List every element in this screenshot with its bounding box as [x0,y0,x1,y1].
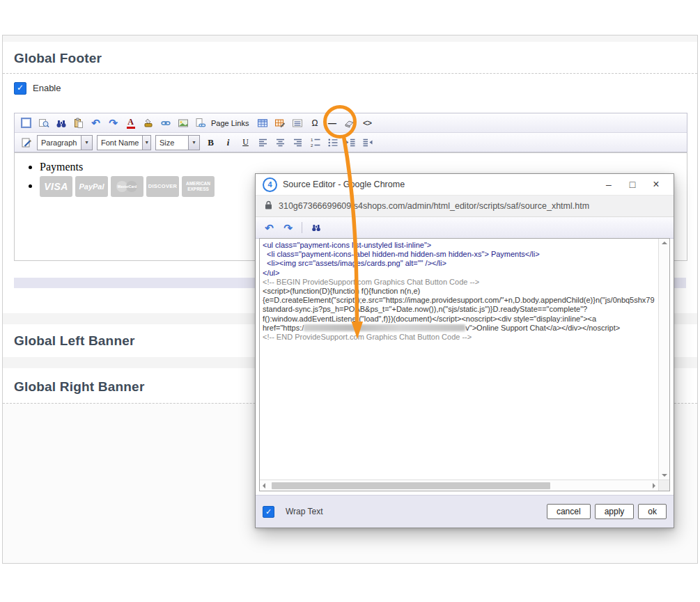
undo-icon[interactable]: ↶ [263,221,276,235]
undo-icon[interactable]: ↶ [89,116,102,129]
chevron-down-icon[interactable]: ▾ [188,136,199,150]
wrap-text-label: Wrap Text [286,507,323,516]
visa-card-image: VISA [40,176,72,197]
chevron-down-icon[interactable]: ▾ [81,136,92,150]
bullet-list-icon[interactable] [326,136,339,149]
eraser-icon[interactable] [343,116,356,129]
numbered-list-icon[interactable]: 12 [309,136,322,149]
vertical-scrollbar[interactable] [658,239,669,480]
font-name-select[interactable]: Font Name▾ [97,135,151,150]
minimize-icon[interactable]: – [598,177,619,192]
maximize-icon[interactable]: □ [622,177,643,192]
dialog-footer: ✓ Wrap Text cancel apply ok [256,495,674,528]
code-line: {e=D.createElement("script");e.src="http… [263,296,655,305]
bold-icon[interactable]: B [204,136,217,149]
ok-button[interactable]: ok [638,504,667,519]
scroll-down-icon[interactable] [662,474,667,477]
redo-icon[interactable]: ↷ [281,221,295,235]
card-top-strip [3,35,697,42]
image-icon[interactable] [176,116,189,129]
editor-toolbar-row1: ↶ ↷ A Page Links [15,113,687,132]
fullscreen-icon[interactable] [20,116,33,129]
source-code-area[interactable]: <ul class="payment-icons list-unstyled l… [259,238,670,491]
source-code-text[interactable]: <ul class="payment-icons list-unstyled l… [260,239,658,480]
discover-card-image: DISCOVER [146,176,179,197]
edit-table-icon[interactable] [273,116,286,129]
underline-icon[interactable]: U [239,136,252,149]
highlight-color-icon[interactable] [141,116,155,129]
font-size-select[interactable]: Size▾ [155,135,200,150]
svg-text:1: 1 [311,138,313,142]
window-controls: – □ × [598,177,667,192]
source-code-icon[interactable]: <> [360,116,373,129]
horizontal-scrollbar[interactable] [260,480,658,491]
enable-label: Enable [33,83,61,93]
source-editor-toolbar: ↶ ↷ [256,217,674,239]
window-title: Source Editor - Google Chrome [283,180,405,189]
paste-icon[interactable] [72,116,85,129]
code-line: f():window.addEventListener("load",f)})(… [263,315,655,324]
chrome-tab-badge: 4 [263,177,277,192]
italic-icon[interactable]: i [221,136,235,149]
paragraph-select[interactable]: Paragraph▾ [37,135,93,150]
source-editor-window: 4 Source Editor - Google Chrome – □ × 31… [255,173,674,528]
enable-row: ✓Enable [14,81,61,95]
amex-card-image: AMERICANEXPRESS [182,176,215,197]
toolbar-separator [302,222,302,233]
paypal-card-image: PayPal [75,176,108,197]
svg-text:2: 2 [311,143,313,148]
cell-properties-icon[interactable] [290,116,304,129]
wrap-text-checkbox[interactable]: ✓ [263,506,274,518]
scroll-up-icon[interactable] [662,241,667,244]
horizontal-rule-icon[interactable]: — [325,116,339,129]
mastercard-card-image: MasterCard [111,176,143,197]
code-line: </ul> [263,269,655,278]
align-left-icon[interactable] [256,136,270,149]
global-right-banner-title: Global Right Banner [14,379,144,395]
redo-icon[interactable]: ↷ [107,116,120,129]
editor-toolbar: ↶ ↷ A Page Links [14,113,687,152]
special-character-icon[interactable]: Ω [308,116,321,129]
code-line-redacted: href="https:/v">Online Support Chat</a><… [263,324,655,333]
code-line: <li class="payment-icons-label hidden-md… [263,250,655,259]
cancel-button[interactable]: cancel [547,504,591,519]
scroll-left-icon[interactable] [263,483,265,489]
code-line: standard-sync.js?ps_h=POAB&ps_t="+Date.n… [263,305,655,314]
indent-icon[interactable] [343,136,357,149]
apply-button[interactable]: apply [595,504,635,519]
link-icon[interactable] [159,116,172,129]
redacted-url-blur [304,324,465,331]
font-color-icon[interactable]: A [124,116,137,129]
align-center-icon[interactable] [274,136,287,149]
global-left-banner-title: Global Left Banner [14,333,135,349]
lock-icon [265,200,272,212]
align-right-icon[interactable] [291,136,304,149]
code-comment-line: <!-- BEGIN ProvideSupport.com Graphics C… [263,278,655,287]
code-comment-line: <!-- END ProvideSupport.com Graphics Cha… [263,333,655,342]
scrollbar-corner [658,480,669,491]
enable-checkbox[interactable]: ✓ [14,82,26,95]
close-icon[interactable]: × [646,177,667,192]
dialog-buttons: cancel apply ok [547,504,667,519]
code-line: <li><img src="assets/images/cards.png" a… [263,259,655,268]
preview-icon[interactable] [37,116,50,129]
editor-toolbar-row2: Paragraph▾ Font Name▾ Size▾ B i U 12 [15,132,687,152]
page-links-label[interactable]: Page Links [211,119,249,127]
page: Global Footer ✓Enable ↶ ↷ A [0,0,700,602]
section-divider [3,73,697,74]
find-icon[interactable] [309,221,322,235]
code-line: <script>(function(D){function f(){functi… [263,287,655,296]
payments-list-label: Payments [40,161,687,173]
code-line: <ul class="payment-icons list-unstyled l… [263,241,655,250]
find-icon[interactable] [54,116,68,129]
insert-table-icon[interactable] [256,116,269,129]
global-footer-title: Global Footer [14,51,102,66]
outdent-icon[interactable] [361,136,374,149]
window-title-bar[interactable]: 4 Source Editor - Google Chrome – □ × [256,174,674,195]
address-bar: 310g67366699609.s4shops.com/admin/html_e… [256,195,674,217]
chevron-down-icon[interactable]: ▾ [142,136,150,150]
scroll-right-icon[interactable] [653,483,655,489]
scrollbar-thumb[interactable] [272,482,550,489]
edit-html-icon[interactable] [20,136,33,149]
page-links-icon[interactable] [194,116,207,129]
